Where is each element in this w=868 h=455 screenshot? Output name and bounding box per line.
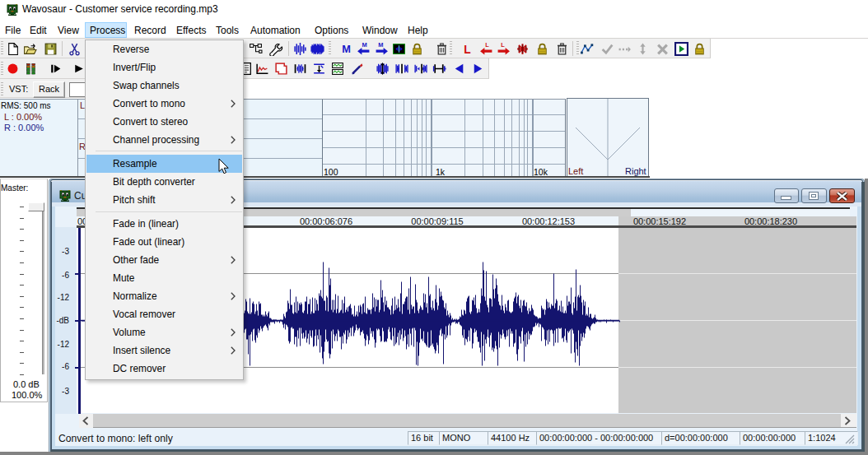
svg-text:L: L bbox=[485, 42, 489, 49]
svg-text:L: L bbox=[501, 42, 505, 49]
svg-text:M: M bbox=[342, 43, 351, 55]
svg-text:M: M bbox=[378, 42, 383, 49]
svg-text:M: M bbox=[362, 42, 366, 49]
svg-text:L: L bbox=[464, 43, 470, 56]
